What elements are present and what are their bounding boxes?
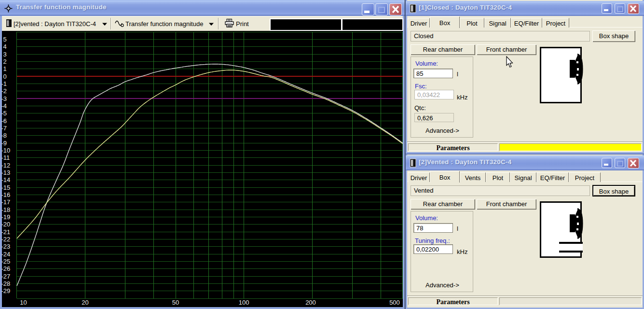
svg-text:5: 5 bbox=[3, 36, 7, 43]
svg-text:50: 50 bbox=[172, 299, 179, 306]
svg-text:-9: -9 bbox=[1, 140, 7, 147]
svg-text:1: 1 bbox=[3, 65, 7, 72]
svg-text:-26: -26 bbox=[1, 265, 11, 272]
svg-text:-21: -21 bbox=[1, 228, 11, 236]
svg-text:-25: -25 bbox=[1, 258, 11, 265]
svg-text:-4: -4 bbox=[1, 102, 7, 110]
svg-text:-24: -24 bbox=[1, 251, 11, 258]
svg-text:-18: -18 bbox=[1, 206, 11, 213]
svg-text:4: 4 bbox=[3, 43, 7, 50]
svg-text:-15: -15 bbox=[1, 184, 11, 191]
svg-text:-23: -23 bbox=[1, 243, 11, 250]
svg-text:-19: -19 bbox=[1, 213, 11, 221]
svg-text:-20: -20 bbox=[1, 221, 11, 228]
svg-text:-1: -1 bbox=[1, 80, 7, 87]
svg-text:-17: -17 bbox=[1, 198, 11, 206]
svg-text:0: 0 bbox=[3, 73, 7, 80]
svg-text:-2: -2 bbox=[1, 87, 7, 95]
svg-text:-28: -28 bbox=[1, 280, 11, 287]
svg-text:-10: -10 bbox=[1, 147, 11, 154]
svg-text:-29: -29 bbox=[1, 287, 11, 295]
svg-text:200: 200 bbox=[305, 299, 316, 306]
svg-text:-14: -14 bbox=[1, 176, 11, 183]
svg-text:2: 2 bbox=[3, 58, 7, 65]
svg-text:-27: -27 bbox=[1, 273, 11, 280]
svg-text:500: 500 bbox=[389, 299, 400, 306]
svg-text:-8: -8 bbox=[1, 132, 7, 139]
svg-text:-22: -22 bbox=[1, 236, 11, 243]
svg-text:-13: -13 bbox=[1, 169, 11, 176]
svg-text:-3: -3 bbox=[1, 95, 7, 102]
svg-text:-5: -5 bbox=[1, 110, 7, 117]
svg-text:-7: -7 bbox=[1, 125, 7, 132]
svg-text:10: 10 bbox=[20, 299, 27, 306]
svg-text:20: 20 bbox=[82, 299, 88, 306]
svg-text:-6: -6 bbox=[1, 117, 7, 125]
svg-text:100: 100 bbox=[239, 299, 249, 306]
svg-text:-16: -16 bbox=[1, 191, 11, 198]
svg-text:-11: -11 bbox=[1, 154, 10, 161]
svg-text:-12: -12 bbox=[1, 162, 11, 169]
svg-text:3: 3 bbox=[3, 51, 7, 58]
